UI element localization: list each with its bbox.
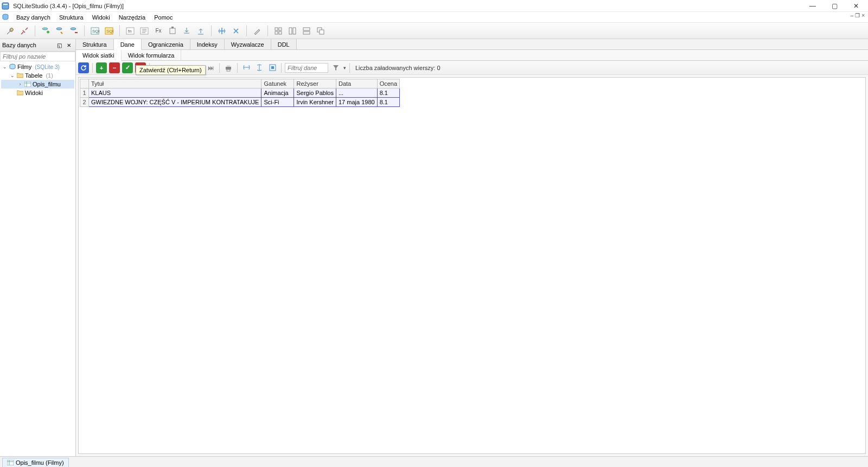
svg-rect-34 bbox=[227, 70, 230, 71]
menu-pomoc[interactable]: Pomoc bbox=[150, 13, 177, 22]
svg-rect-21 bbox=[279, 31, 282, 34]
subtab-widok-formularza[interactable]: Widok formularza bbox=[122, 50, 182, 60]
print-button[interactable] bbox=[223, 62, 234, 73]
disconnect-button[interactable] bbox=[18, 25, 30, 37]
separator bbox=[281, 63, 282, 73]
maximize-button[interactable]: ▢ bbox=[824, 1, 845, 11]
col-header[interactable]: Reżyser bbox=[294, 79, 336, 89]
minimize-button[interactable]: — bbox=[802, 1, 824, 11]
twisty-icon[interactable]: ⌄ bbox=[2, 64, 8, 70]
col-header[interactable]: Data bbox=[336, 79, 377, 89]
document-tab[interactable]: Opis_filmu (Filmy) bbox=[2, 458, 69, 467]
menu-narzędzia[interactable]: Narzędzia bbox=[114, 13, 150, 22]
cell[interactable]: Sci-Fi bbox=[261, 98, 294, 107]
data-grid-wrap: TytułGatunekReżyserDataOcena1KLAUSAnimac… bbox=[78, 77, 866, 454]
col-header[interactable]: Tytuł bbox=[89, 79, 261, 89]
menu-bazy-danych[interactable]: Bazy danych bbox=[12, 13, 55, 22]
tab-indeksy[interactable]: Indeksy bbox=[190, 39, 225, 49]
cell[interactable]: Irvin Kershner bbox=[294, 98, 336, 107]
fn-button[interactable]: fn bbox=[124, 25, 136, 37]
table-row[interactable]: 2GWIEZDNE WOJNY: CZĘŚĆ V - IMPERIUM KONT… bbox=[80, 98, 400, 107]
svg-rect-18 bbox=[275, 28, 278, 30]
cell[interactable]: 8.1 bbox=[377, 98, 399, 107]
edit-db-button[interactable] bbox=[54, 25, 66, 37]
remove-db-button[interactable] bbox=[68, 25, 80, 37]
child-minimize-button[interactable]: – bbox=[851, 12, 854, 18]
tab-ddl[interactable]: DDL bbox=[271, 39, 297, 49]
svg-rect-0 bbox=[2, 3, 9, 9]
col-header[interactable]: Ocena bbox=[377, 79, 399, 89]
tile-v-button[interactable] bbox=[301, 25, 312, 37]
commit-button[interactable]: ✓ bbox=[122, 62, 133, 73]
collapse-all-button[interactable] bbox=[230, 25, 242, 37]
close-button[interactable]: ✕ bbox=[845, 1, 867, 11]
cell[interactable]: ... bbox=[336, 89, 377, 98]
tab-wyzwalacze[interactable]: Wyzwalacze bbox=[225, 39, 271, 49]
cell[interactable]: Sergio Pablos bbox=[294, 89, 336, 98]
import-button[interactable] bbox=[181, 25, 193, 37]
svg-rect-37 bbox=[7, 460, 14, 465]
tree-table-item[interactable]: › Opis_filmu bbox=[1, 80, 74, 89]
separator bbox=[211, 26, 212, 36]
data-grid[interactable]: TytułGatunekReżyserDataOcena1KLAUSAnimac… bbox=[80, 79, 400, 107]
sql-history-button[interactable]: SQL bbox=[103, 25, 115, 37]
svg-rect-20 bbox=[275, 31, 278, 34]
separator bbox=[92, 63, 93, 73]
sidebar-header: Bazy danych ◱ ✕ bbox=[0, 39, 75, 52]
tile-button[interactable] bbox=[272, 25, 284, 37]
adjust-rows-button[interactable] bbox=[254, 62, 265, 73]
child-close-button[interactable]: × bbox=[861, 12, 865, 18]
row-number: 1 bbox=[80, 89, 89, 98]
filter-menu-button[interactable] bbox=[330, 62, 341, 73]
menu-struktura[interactable]: Struktura bbox=[55, 13, 88, 22]
cell[interactable]: 8.1 bbox=[377, 89, 399, 98]
last-page-button[interactable]: ⏭ bbox=[205, 62, 216, 73]
export-button[interactable] bbox=[195, 25, 207, 37]
cascade-button[interactable] bbox=[315, 25, 327, 37]
separator bbox=[35, 26, 35, 36]
folder-icon bbox=[16, 89, 24, 97]
cell[interactable]: Animacja bbox=[261, 89, 294, 98]
refresh-button[interactable] bbox=[78, 62, 89, 73]
cell[interactable]: KLAUS bbox=[89, 89, 261, 98]
settings-button[interactable] bbox=[251, 25, 263, 37]
sidebar-filter-input[interactable] bbox=[0, 52, 75, 61]
add-db-button[interactable] bbox=[40, 25, 52, 37]
sidebar-float-button[interactable]: ◱ bbox=[55, 41, 63, 49]
cell[interactable]: GWIEZDNE WOJNY: CZĘŚĆ V - IMPERIUM KONTR… bbox=[89, 98, 261, 107]
connect-button[interactable] bbox=[4, 25, 16, 37]
tab-struktura[interactable]: Struktura bbox=[76, 39, 114, 49]
tile-h-button[interactable] bbox=[286, 25, 298, 37]
sidebar-close-button[interactable]: ✕ bbox=[65, 41, 73, 49]
tree-tables-node[interactable]: ⌄ Tabele (1) bbox=[1, 71, 74, 80]
toggle-cell-button[interactable] bbox=[267, 62, 278, 73]
db-name: Filmy bbox=[17, 64, 31, 70]
fx-button[interactable]: Fx bbox=[152, 25, 164, 37]
tree-db-node[interactable]: ⌄ Filmy (SQLite 3) bbox=[1, 62, 74, 71]
cell[interactable]: 17 maja 1980 bbox=[336, 98, 377, 107]
app-icon bbox=[1, 2, 10, 10]
separator bbox=[219, 63, 220, 73]
filter-data-input[interactable] bbox=[285, 63, 328, 73]
delete-row-button[interactable]: − bbox=[109, 62, 120, 73]
twisty-icon[interactable]: › bbox=[17, 81, 23, 87]
child-restore-button[interactable]: ❐ bbox=[855, 12, 860, 18]
menu-widoki[interactable]: Widoki bbox=[88, 13, 114, 22]
insert-row-button[interactable]: + bbox=[96, 62, 107, 73]
tab-dane[interactable]: Dane bbox=[114, 39, 142, 50]
subtab-widok-siatki[interactable]: Widok siatki bbox=[76, 50, 122, 61]
table-row[interactable]: 1KLAUSAnimacjaSergio Pablos...8.1 bbox=[80, 89, 400, 98]
tabstrip: StrukturaDaneOgraniczeniaIndeksyWyzwalac… bbox=[76, 39, 868, 50]
col-header[interactable]: Gatunek bbox=[261, 79, 294, 89]
twisty-icon[interactable]: ⌄ bbox=[10, 73, 15, 78]
expand-all-button[interactable] bbox=[216, 25, 228, 37]
svg-text:SQL: SQL bbox=[106, 29, 113, 34]
row-count-label: Liczba załadowanych wierszy: 0 bbox=[355, 65, 441, 71]
collations-button[interactable] bbox=[138, 25, 150, 37]
extensions-button[interactable] bbox=[167, 25, 178, 37]
adjust-columns-button[interactable] bbox=[241, 62, 252, 73]
tree-views-node[interactable]: › Widoki bbox=[1, 89, 74, 97]
tab-ograniczenia[interactable]: Ograniczenia bbox=[142, 39, 190, 49]
sql-editor-button[interactable]: SQL bbox=[89, 25, 101, 37]
svg-point-3 bbox=[42, 28, 48, 30]
